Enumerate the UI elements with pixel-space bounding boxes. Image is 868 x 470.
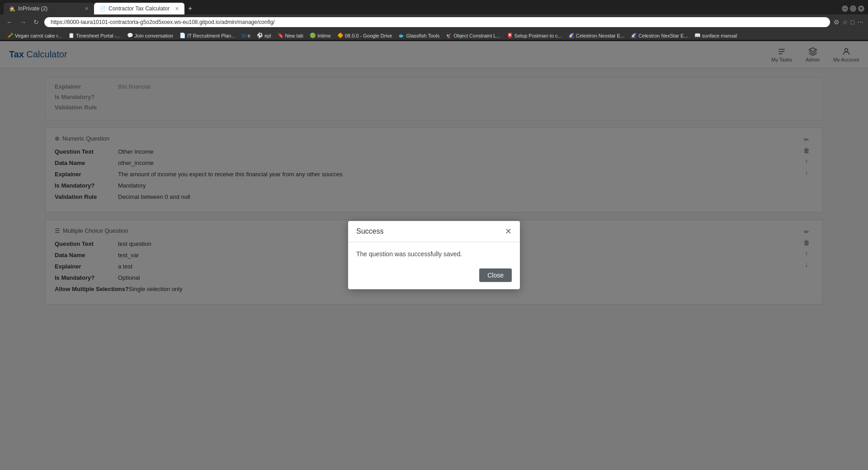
bookmark-celestron2-label: Celestron NexStar E... bbox=[638, 33, 688, 38]
modal-overlay: Success ✕ The question was successfully … bbox=[0, 40, 868, 470]
tab-favicon: 📄 bbox=[99, 6, 106, 12]
bookmark-postman-label: Setup Postman to c... bbox=[514, 33, 562, 38]
bookmark-glassfish-label: Glassfish Tools bbox=[406, 33, 439, 38]
modal-body: The question was successfully saved. bbox=[348, 242, 520, 264]
modal-footer: Close bbox=[348, 264, 520, 289]
success-modal: Success ✕ The question was successfully … bbox=[348, 221, 520, 289]
bookmark-it[interactable]: 📄 IT Recruitment Plan... bbox=[177, 32, 238, 39]
bookmark-intime[interactable]: 🟢 Intime bbox=[307, 32, 334, 39]
bookmark-conversation-icon: 💬 bbox=[127, 33, 133, 38]
inprivate-icon: 🕵 bbox=[9, 6, 15, 12]
bookmark-object-constraint[interactable]: 🦅 Object Constraint L... bbox=[443, 32, 503, 39]
bookmark-gdrive-icon: 🔶 bbox=[337, 33, 344, 38]
new-tab-button[interactable]: + bbox=[184, 3, 196, 14]
app-container: Tax Calculator My Tasks Admin My Account bbox=[0, 41, 868, 470]
browser-titlebar: 🕵 InPrivate (2) ✕ 📄 Contractor Tax Calcu… bbox=[0, 0, 868, 14]
address-bar[interactable] bbox=[44, 17, 830, 27]
bookmark-object-constraint-icon: 🦅 bbox=[446, 33, 452, 38]
tab-main-label: Contractor Tax Calculator bbox=[108, 5, 170, 12]
bookmark-newtab-label: New tab bbox=[285, 33, 303, 38]
bookmark-intime-icon: 🟢 bbox=[310, 33, 316, 38]
tab-inprivate[interactable]: 🕵 InPrivate (2) ✕ bbox=[4, 3, 94, 14]
bookmark-w-label: e bbox=[248, 33, 250, 38]
bookmark-object-constraint-label: Object Constraint L... bbox=[453, 33, 500, 38]
bookmark-sunface-icon: 📖 bbox=[694, 33, 701, 38]
bookmark-timesheet[interactable]: 📋 Timesheet Portal -... bbox=[66, 32, 123, 39]
bookmark-gdrive[interactable]: 🔶 08.0.0 - Google Drive bbox=[335, 32, 395, 39]
bookmark-conversation[interactable]: 💬 Join conversation bbox=[124, 32, 176, 39]
close-button[interactable]: ✕ bbox=[858, 5, 864, 12]
bookmark-intime-label: Intime bbox=[317, 33, 331, 38]
bookmark-postman-icon: 📮 bbox=[507, 33, 513, 38]
extensions-icon[interactable]: ⚙ bbox=[834, 19, 840, 26]
window-controls: — □ ✕ bbox=[842, 5, 864, 12]
reload-button[interactable]: ↻ bbox=[32, 18, 41, 27]
bookmark-sunface-label: sunface manual bbox=[702, 33, 737, 38]
bookmark-timesheet-icon: 📋 bbox=[68, 33, 75, 38]
bookmark-vegan-label: Vegan carrot cake r... bbox=[15, 33, 62, 38]
tab-main-close[interactable]: ✕ bbox=[175, 6, 179, 12]
tab-main[interactable]: 📄 Contractor Tax Calculator ✕ bbox=[94, 3, 184, 14]
more-icon[interactable]: ⋯ bbox=[857, 19, 863, 26]
forward-button[interactable]: → bbox=[18, 18, 28, 27]
minimize-button[interactable]: — bbox=[842, 5, 848, 12]
bookmark-postman[interactable]: 📮 Setup Postman to c... bbox=[504, 32, 565, 39]
back-button[interactable]: ← bbox=[5, 18, 14, 27]
bookmark-celestron2-icon: 🌠 bbox=[631, 33, 637, 38]
tab-inprivate-label: InPrivate (2) bbox=[18, 5, 47, 12]
modal-close-x-button[interactable]: ✕ bbox=[505, 227, 512, 235]
modal-header: Success ✕ bbox=[348, 221, 520, 242]
bookmark-w-icon: W bbox=[241, 33, 246, 38]
bookmark-vegan-icon: 🥕 bbox=[7, 33, 14, 38]
bookmark-glassfish[interactable]: 🐟 Glassfish Tools bbox=[396, 32, 442, 39]
bookmark-vegan[interactable]: 🥕 Vegan carrot cake r... bbox=[5, 32, 65, 39]
bookmark-it-icon: 📄 bbox=[179, 33, 186, 38]
bookmark-newtab-icon: 🔖 bbox=[278, 33, 284, 38]
favorites-icon[interactable]: ☆ bbox=[842, 19, 848, 26]
bookmark-sunface[interactable]: 📖 sunface manual bbox=[692, 32, 740, 39]
toolbar-icons: ⚙ ☆ □ ⋯ bbox=[834, 19, 863, 26]
bookmark-it-label: IT Recruitment Plan... bbox=[187, 33, 235, 38]
bookmark-celestron1-label: Celestron Nexstar E... bbox=[576, 33, 625, 38]
collections-icon[interactable]: □ bbox=[851, 19, 854, 26]
modal-message: The question was successfully saved. bbox=[356, 250, 512, 258]
bookmark-conversation-label: Join conversation bbox=[135, 33, 174, 38]
tab-inprivate-close[interactable]: ✕ bbox=[85, 6, 89, 12]
maximize-button[interactable]: □ bbox=[850, 5, 856, 12]
bookmark-glassfish-icon: 🐟 bbox=[398, 33, 405, 38]
bookmark-celestron2[interactable]: 🌠 Celestron NexStar E... bbox=[628, 32, 690, 39]
bookmark-celestron1-icon: 🌠 bbox=[568, 33, 575, 38]
bookmark-timesheet-label: Timesheet Portal -... bbox=[76, 33, 121, 38]
bookmark-newtab[interactable]: 🔖 New tab bbox=[275, 32, 306, 39]
bookmark-epl-label: epl bbox=[264, 33, 271, 38]
bookmark-epl-icon: ⚽ bbox=[257, 33, 263, 38]
browser-toolbar: ← → ↻ ⚙ ☆ □ ⋯ bbox=[0, 14, 868, 30]
bookmark-w[interactable]: W e bbox=[239, 32, 253, 39]
browser-chrome: 🕵 InPrivate (2) ✕ 📄 Contractor Tax Calcu… bbox=[0, 0, 868, 41]
bookmark-celestron1[interactable]: 🌠 Celestron Nexstar E... bbox=[566, 32, 627, 39]
modal-title: Success bbox=[356, 227, 383, 235]
bookmark-epl[interactable]: ⚽ epl bbox=[254, 32, 274, 39]
modal-close-button[interactable]: Close bbox=[479, 268, 512, 282]
bookmark-gdrive-label: 08.0.0 - Google Drive bbox=[345, 33, 392, 38]
